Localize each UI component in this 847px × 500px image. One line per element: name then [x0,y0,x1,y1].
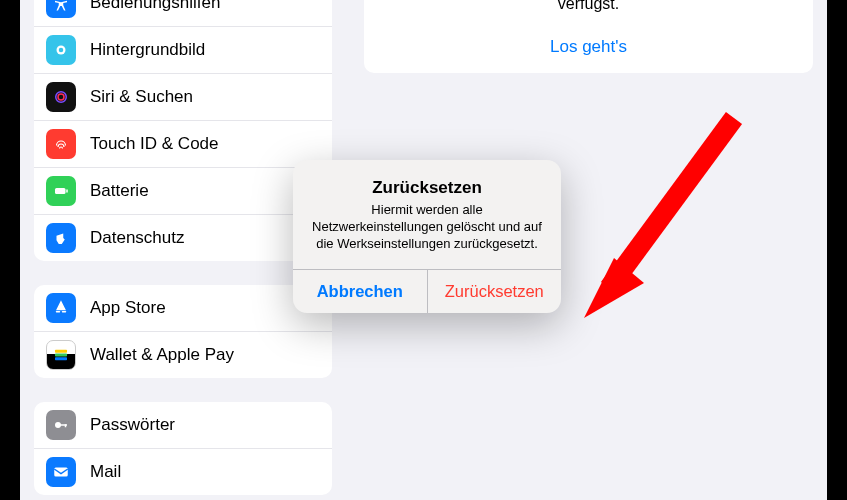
touchid-icon [46,129,76,159]
dialog-body: Zurücksetzen Hiermit werden alle Netzwer… [293,160,561,269]
dialog-title: Zurücksetzen [307,178,547,198]
passwords-icon [46,410,76,440]
settings-group-general: Bedienungshilfen Hintergrundbild Siri & … [34,0,332,261]
wallet-icon [46,340,76,370]
accessibility-icon [46,0,76,18]
svg-rect-8 [55,354,67,357]
privacy-icon [46,223,76,253]
dialog-buttons: Abbrechen Zurücksetzen [293,269,561,313]
reset-dialog: Zurücksetzen Hiermit werden alle Netzwer… [293,160,561,313]
info-card-text: neues iPad vorbereitet ist, auch wenn du… [388,0,789,15]
cancel-button[interactable]: Abbrechen [293,270,428,313]
svg-rect-6 [66,190,68,193]
sidebar-item-label: Datenschutz [90,228,185,248]
sidebar-item-label: Hintergrundbild [90,40,205,60]
sidebar-item-siri[interactable]: Siri & Suchen [34,74,332,121]
sidebar-item-wallet[interactable]: Wallet & Apple Pay [34,332,332,378]
sidebar-item-label: App Store [90,298,166,318]
sidebar-item-battery[interactable]: Batterie [34,168,332,215]
svg-rect-13 [54,468,68,477]
appstore-icon [46,293,76,323]
svg-rect-9 [55,357,67,360]
info-card-link[interactable]: Los geht's [388,37,789,57]
info-card: neues iPad vorbereitet ist, auch wenn du… [364,0,813,73]
sidebar-item-label: Batterie [90,181,149,201]
svg-point-4 [58,94,64,100]
sidebar-item-wallpaper[interactable]: Hintergrundbild [34,27,332,74]
sidebar-item-privacy[interactable]: Datenschutz [34,215,332,261]
settings-group-store: App Store Wallet & Apple Pay [34,285,332,378]
sidebar-item-label: Wallet & Apple Pay [90,345,234,365]
svg-point-2 [59,48,64,53]
device-frame: Bedienungshilfen Hintergrundbild Siri & … [0,0,847,500]
sidebar-item-mail[interactable]: Mail [34,449,332,495]
sidebar-item-appstore[interactable]: App Store [34,285,332,332]
settings-group-accounts: Passwörter Mail [34,402,332,495]
sidebar-item-passwords[interactable]: Passwörter [34,402,332,449]
sidebar-item-touchid[interactable]: Touch ID & Code [34,121,332,168]
sidebar-item-label: Bedienungshilfen [90,0,220,13]
confirm-button[interactable]: Zurücksetzen [428,270,562,313]
sidebar-item-accessibility[interactable]: Bedienungshilfen [34,0,332,27]
dialog-message: Hiermit werden alle Netzwerkeinstellunge… [307,202,547,253]
battery-icon [46,176,76,206]
svg-rect-12 [65,424,67,427]
mail-icon [46,457,76,487]
svg-point-10 [55,422,61,428]
sidebar-item-label: Touch ID & Code [90,134,219,154]
svg-rect-7 [55,350,67,353]
wallpaper-icon [46,35,76,65]
siri-icon [46,82,76,112]
sidebar-item-label: Siri & Suchen [90,87,193,107]
svg-rect-5 [55,188,66,194]
sidebar-item-label: Passwörter [90,415,175,435]
sidebar-item-label: Mail [90,462,121,482]
